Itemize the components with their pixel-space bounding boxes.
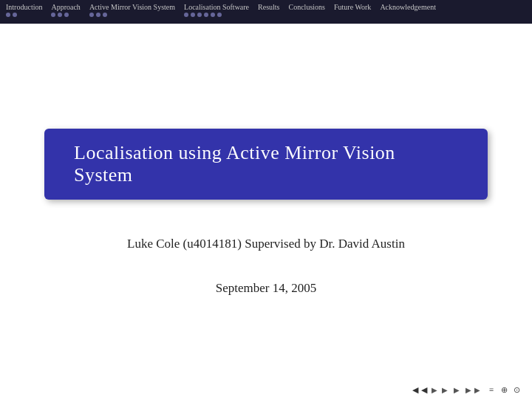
presentation-title: Localisation using Active Mirror Vision … [74, 142, 395, 186]
author-text: Luke Cole (u4014181) Supervised by Dr. D… [127, 237, 405, 251]
dot [197, 13, 202, 17]
nav-section-approach[interactable]: Approach [51, 3, 80, 17]
dot [184, 13, 188, 17]
dot [13, 13, 17, 17]
dot [64, 13, 69, 17]
nav-align-icon: ≡ [489, 385, 494, 394]
nav-section-introduction[interactable]: Introduction [6, 3, 42, 17]
navbar: Introduction Approach Active Mirror Visi… [0, 0, 532, 24]
dot [6, 13, 10, 17]
title-box: Localisation using Active Mirror Vision … [44, 129, 488, 200]
nav-label-introduction: Introduction [6, 3, 42, 11]
nav-label-conclusions: Conclusions [289, 3, 325, 11]
nav-section-results[interactable]: Results [258, 3, 279, 11]
dot [211, 13, 215, 17]
dot [103, 13, 107, 17]
nav-zoom-icon[interactable]: ⊕ [501, 385, 508, 395]
nav-label-mirror: Active Mirror Vision System [89, 3, 175, 11]
nav-prev-left[interactable]: ◀ [412, 385, 418, 395]
nav-sep1: ▶ [432, 386, 437, 394]
dot [217, 13, 222, 17]
nav-section-localisation[interactable]: Localisation Software [184, 3, 249, 17]
dot [204, 13, 208, 17]
nav-prev-right[interactable]: ◀ [421, 385, 427, 395]
bottom-bar: ◀ ◀ ▶ ▶ ▶ ▶ ▶ ≡ ⊕ ⊙ [0, 379, 532, 400]
nav-dots-approach [51, 13, 69, 17]
nav-label-acknowledgement: Acknowledgement [380, 3, 436, 11]
nav-dots-introduction [6, 13, 17, 17]
dot [51, 13, 55, 17]
nav-triright1[interactable]: ▶ [442, 386, 448, 394]
nav-menu-icon[interactable]: ⊙ [514, 385, 520, 395]
date-text: September 14, 2005 [216, 281, 316, 296]
nav-label-results: Results [258, 3, 279, 11]
main-content: Localisation using Active Mirror Vision … [0, 24, 532, 400]
dot [89, 13, 94, 17]
bottom-nav-icons: ◀ ◀ ▶ ▶ ▶ ▶ ▶ ≡ ⊕ ⊙ [412, 385, 520, 395]
nav-label-localisation: Localisation Software [184, 3, 249, 11]
nav-section-conclusions[interactable]: Conclusions [289, 3, 325, 11]
nav-dots-mirror [89, 13, 107, 17]
nav-section-mirror[interactable]: Active Mirror Vision System [89, 3, 175, 17]
nav-section-futurework[interactable]: Future Work [334, 3, 371, 11]
nav-label-futurework: Future Work [334, 3, 371, 11]
nav-next-left[interactable]: ▶ [466, 386, 471, 394]
nav-sep2: ▶ [454, 386, 460, 394]
dot [58, 13, 62, 17]
nav-next-right[interactable]: ▶ [474, 386, 480, 394]
nav-section-acknowledgement[interactable]: Acknowledgement [380, 3, 436, 11]
dot [96, 13, 100, 17]
dot [191, 13, 195, 17]
nav-label-approach: Approach [51, 3, 80, 11]
nav-dots-localisation [184, 13, 222, 17]
